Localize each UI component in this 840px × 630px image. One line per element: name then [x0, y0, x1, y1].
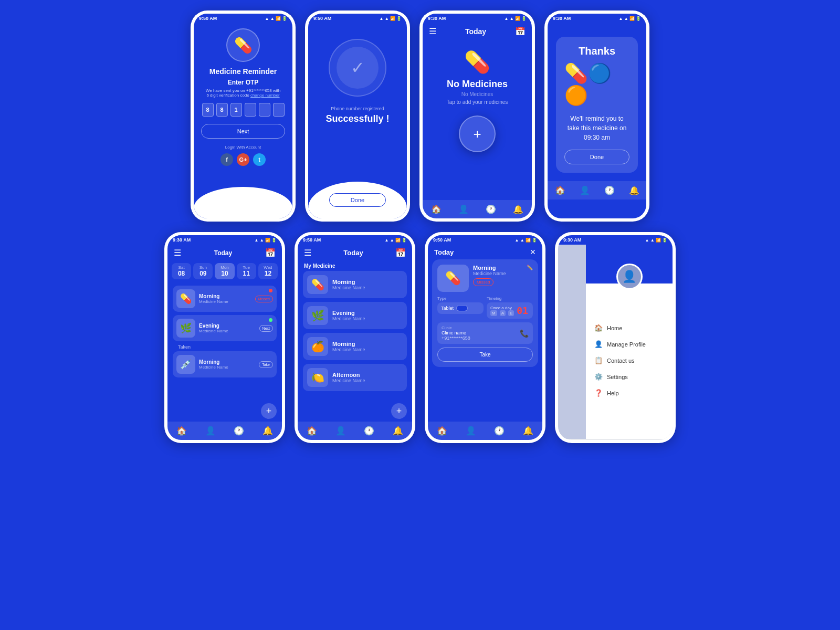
- nav-profile-4[interactable]: 👤: [580, 185, 590, 195]
- nav-profile-6[interactable]: 👤: [335, 426, 346, 436]
- calendar-icon-5[interactable]: 📅: [265, 248, 276, 258]
- med-info-taken-1: Morning Medicine Name: [199, 359, 255, 370]
- profile-name: Arman deep: [611, 293, 647, 300]
- facebook-icon[interactable]: f: [220, 153, 233, 166]
- bottom-nav-5: 🏠 👤 🕐 🔔: [167, 422, 282, 440]
- otp-box-3[interactable]: 1: [230, 103, 242, 117]
- timing-e: E: [508, 310, 514, 316]
- status-time-7: 9:50 AM: [433, 237, 451, 243]
- fab-add-button-6[interactable]: +: [391, 403, 407, 419]
- hamburger-icon-5[interactable]: ☰: [174, 248, 181, 258]
- screen3-title: Today: [465, 27, 486, 36]
- registered-subtext: Phone number registered: [331, 106, 384, 111]
- sidebar-item-home[interactable]: 🏠 Home: [590, 320, 668, 336]
- bottom-nav-3: 🏠 👤 🕐 🔔: [423, 200, 532, 218]
- my-med-thumb-3: 🍊: [307, 337, 328, 356]
- timing-number: 01: [517, 305, 528, 316]
- nav-history-4[interactable]: 🕐: [604, 185, 615, 195]
- next-button[interactable]: Next: [201, 124, 285, 139]
- toggle-icon[interactable]: [456, 305, 468, 311]
- nav-home-7[interactable]: 🏠: [437, 426, 447, 436]
- nav-bell-4[interactable]: 🔔: [629, 185, 639, 195]
- add-medicine-button[interactable]: +: [459, 116, 496, 152]
- sidebar-item-help[interactable]: ❓ Help: [590, 385, 668, 401]
- sidebar-item-manage-profile[interactable]: 👤 Manage Profile: [590, 336, 668, 352]
- hamburger-icon-3[interactable]: ☰: [429, 26, 436, 36]
- date-wed[interactable]: Wed 12: [258, 263, 278, 279]
- fab-add-button-5[interactable]: +: [261, 403, 277, 419]
- otp-box-1[interactable]: 8: [202, 103, 214, 117]
- take-button[interactable]: Take: [437, 348, 533, 362]
- calendar-icon-3[interactable]: 📅: [515, 26, 526, 36]
- detail-med-image: 💊: [437, 265, 469, 292]
- type-timing-row: Type Tablet Timeing Once a day M: [437, 296, 533, 319]
- otp-box-2[interactable]: 8: [216, 103, 228, 117]
- my-med-morning-2[interactable]: 🍊 Morning Medicine Name: [303, 333, 407, 360]
- nav-history-7[interactable]: 🕐: [494, 426, 505, 436]
- nav-bell-5[interactable]: 🔔: [262, 426, 273, 436]
- nav-home-6[interactable]: 🏠: [307, 426, 317, 436]
- nav-history-6[interactable]: 🕐: [364, 426, 374, 436]
- date-sun[interactable]: Sun 09: [193, 263, 213, 279]
- my-med-afternoon-1[interactable]: 🍋 Afternoon Medicine Name: [303, 364, 407, 391]
- otp-box-6[interactable]: [273, 103, 285, 117]
- dot-red-icon: [269, 289, 272, 292]
- detail-missed-badge: Missed: [473, 278, 494, 286]
- med-evening-1[interactable]: 🌿 Evening Medicine Name Next: [173, 315, 277, 341]
- nav-bell-6[interactable]: 🔔: [393, 426, 403, 436]
- screen-success: 9:50 AM ▲ ▲ 📶 🔋 ✓ Phone number registere…: [305, 10, 410, 222]
- my-med-evening-1[interactable]: 🌿 Evening Medicine Name: [303, 302, 407, 329]
- status-icons-1: ▲ ▲ 📶 🔋: [265, 16, 287, 21]
- phone-call-icon[interactable]: 📞: [520, 329, 529, 338]
- checkmark-outer-circle: ✓: [329, 39, 386, 97]
- avatar-circle: 👤: [616, 264, 643, 290]
- screen-today-calendar: 9:30 AM ▲ ▲ 📶 🔋 ☰ Today 📅 Sat 08 Sun 09 …: [164, 232, 285, 443]
- nav-history-5[interactable]: 🕐: [234, 426, 244, 436]
- timing-label: Timeing: [487, 296, 533, 301]
- google-plus-icon[interactable]: G+: [237, 153, 249, 166]
- twitter-icon[interactable]: t: [253, 153, 266, 166]
- date-sat[interactable]: Sat 08: [172, 263, 191, 279]
- med-info-evening-1: Evening Medicine Name: [199, 323, 256, 333]
- date-tue[interactable]: Tue 11: [237, 263, 256, 279]
- screen3-header: ☰ Today 📅: [423, 23, 532, 39]
- nav-bell-3[interactable]: 🔔: [513, 204, 523, 214]
- nav-history-3[interactable]: 🕐: [486, 204, 496, 214]
- date-mon[interactable]: Mon 10: [215, 263, 234, 279]
- thanks-card: Thanks 💊🔵🟠 We'll remind you to take this…: [556, 37, 638, 173]
- screen5-header: ☰ Today 📅: [167, 245, 282, 261]
- my-med-info-1: Morning Medicine Name: [332, 279, 365, 290]
- nav-profile-5[interactable]: 👤: [205, 426, 216, 436]
- nav-home-4[interactable]: 🏠: [555, 185, 565, 195]
- edit-icon-7[interactable]: ✏️: [527, 265, 533, 292]
- my-med-info-2: Evening Medicine Name: [332, 310, 365, 321]
- take-badge-1[interactable]: Take: [259, 361, 273, 368]
- close-icon-7[interactable]: ✕: [530, 248, 536, 256]
- my-med-morning-1[interactable]: 💊 Morning Medicine Name: [303, 271, 407, 298]
- done-button-thanks[interactable]: Done: [564, 150, 629, 164]
- calendar-icon-6[interactable]: 📅: [395, 248, 406, 258]
- detail-top-area: 💊 Morning Medicine Name Missed ✏️: [437, 265, 533, 292]
- med-taken-1[interactable]: 💉 Morning Medicine Name Take: [173, 351, 277, 377]
- nav-home-3[interactable]: 🏠: [431, 204, 442, 214]
- nav-bell-7[interactable]: 🔔: [523, 426, 533, 436]
- screen7-header: Today ✕: [428, 245, 542, 259]
- med-morning-1[interactable]: 💊 Morning Medicine Name Missed: [173, 286, 277, 312]
- nav-profile-7[interactable]: 👤: [466, 426, 476, 436]
- otp-box-5[interactable]: [259, 103, 270, 117]
- hamburger-icon-6[interactable]: ☰: [304, 248, 311, 258]
- sidebar-item-contact[interactable]: 📋 Contact us: [590, 352, 668, 369]
- sidebar-item-settings[interactable]: ⚙️ Settings: [590, 369, 668, 385]
- screen-no-medicines: 9:30 AM ▲ ▲ 📶 🔋 ☰ Today 📅 💊 No Medicines…: [419, 10, 535, 222]
- status-icons-4: ▲ ▲ 📶 🔋: [618, 16, 641, 21]
- otp-box-4[interactable]: [245, 103, 256, 117]
- detail-med-info: Morning Medicine Name Missed: [473, 265, 522, 292]
- nav-home-5[interactable]: 🏠: [176, 426, 187, 436]
- no-medicines-title: No Medicines: [447, 79, 508, 90]
- sidebar-profile: 👤 Arman deep aliconnors@example.com: [591, 253, 667, 316]
- sidebar-overlay[interactable]: [558, 245, 586, 439]
- nav-profile-3[interactable]: 👤: [458, 204, 469, 214]
- change-number-link[interactable]: change number: [250, 93, 280, 98]
- done-button[interactable]: Done: [329, 193, 386, 207]
- status-bar-6: 9:50 AM ▲ ▲ 📶 🔋: [298, 235, 412, 245]
